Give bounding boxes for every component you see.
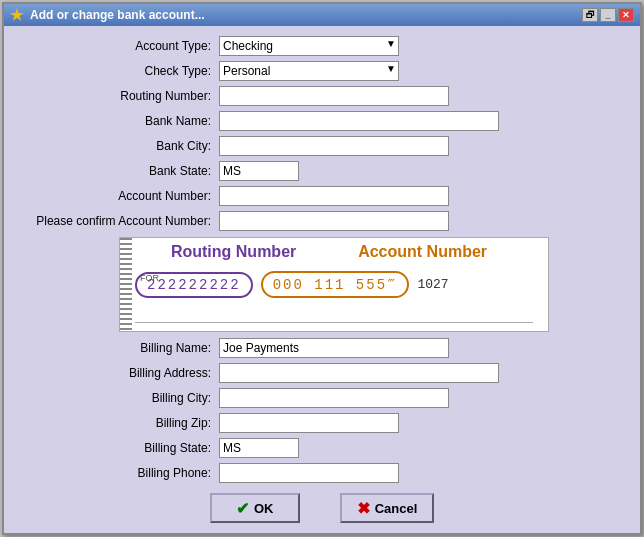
- ok-button[interactable]: ✔ OK: [210, 493, 300, 523]
- cancel-button[interactable]: ✖ Cancel: [340, 493, 435, 523]
- routing-number-row: Routing Number:: [19, 86, 625, 106]
- billing-city-row: Billing City:: [19, 388, 625, 408]
- billing-address-label: Billing Address:: [19, 366, 219, 380]
- check-type-select-wrapper: Personal Business: [219, 61, 399, 81]
- account-type-label: Account Type:: [19, 39, 219, 53]
- bank-city-input[interactable]: [219, 136, 449, 156]
- bank-city-row: Bank City:: [19, 136, 625, 156]
- billing-phone-input[interactable]: [219, 463, 399, 483]
- billing-state-input[interactable]: [219, 438, 299, 458]
- billing-phone-label: Billing Phone:: [19, 466, 219, 480]
- check-bottom-line: [135, 322, 533, 323]
- bank-state-label: Bank State:: [19, 164, 219, 178]
- billing-zip-label: Billing Zip:: [19, 416, 219, 430]
- account-number-input[interactable]: [219, 186, 449, 206]
- account-number-label: Account Number:: [19, 189, 219, 203]
- title-bar: Add or change bank account... 🗗 _ ✕: [4, 4, 640, 26]
- minimize-button[interactable]: _: [600, 8, 616, 22]
- bank-name-row: Bank Name:: [19, 111, 625, 131]
- bank-name-input[interactable]: [219, 111, 499, 131]
- billing-name-row: Billing Name:: [19, 338, 625, 358]
- cancel-label: Cancel: [375, 501, 418, 516]
- account-diagram-label: Account Number: [358, 243, 487, 261]
- confirm-account-label: Please confirm Account Number:: [19, 214, 219, 228]
- confirm-account-row: Please confirm Account Number:: [19, 211, 625, 231]
- close-button[interactable]: ✕: [618, 8, 634, 22]
- check-extra-number: 1027: [417, 277, 448, 292]
- bank-city-label: Bank City:: [19, 139, 219, 153]
- billing-zip-row: Billing Zip:: [19, 413, 625, 433]
- routing-diagram-label: Routing Number: [171, 243, 296, 261]
- billing-city-label: Billing City:: [19, 391, 219, 405]
- billing-name-input[interactable]: [219, 338, 449, 358]
- warning-icon: [10, 8, 24, 22]
- bank-state-input[interactable]: [219, 161, 299, 181]
- billing-state-row: Billing State:: [19, 438, 625, 458]
- dialog: Add or change bank account... 🗗 _ ✕ Acco…: [2, 2, 642, 535]
- account-type-select-wrapper: Checking Savings: [219, 36, 399, 56]
- billing-zip-input[interactable]: [219, 413, 399, 433]
- dialog-title: Add or change bank account...: [30, 8, 576, 22]
- billing-name-label: Billing Name:: [19, 341, 219, 355]
- restore-button[interactable]: 🗗: [582, 8, 598, 22]
- check-type-row: Check Type: Personal Business: [19, 61, 625, 81]
- check-type-label: Check Type:: [19, 64, 219, 78]
- account-number-circle: 000 111 555‴: [261, 271, 410, 298]
- confirm-account-input[interactable]: [219, 211, 449, 231]
- billing-address-input[interactable]: [219, 363, 499, 383]
- check-diagram-labels: Routing Number Account Number: [120, 238, 548, 261]
- check-for-text: FOR: [140, 273, 159, 283]
- form-content: Account Type: Checking Savings Check Typ…: [4, 26, 640, 533]
- check-numbers: 222222222 000 111 555‴ 1027: [120, 269, 548, 298]
- bank-state-row: Bank State:: [19, 161, 625, 181]
- billing-phone-row: Billing Phone:: [19, 463, 625, 483]
- bank-name-label: Bank Name:: [19, 114, 219, 128]
- window-controls: 🗗 _ ✕: [582, 8, 634, 22]
- check-type-select[interactable]: Personal Business: [219, 61, 399, 81]
- billing-city-input[interactable]: [219, 388, 449, 408]
- routing-number-input[interactable]: [219, 86, 449, 106]
- account-type-row: Account Type: Checking Savings: [19, 36, 625, 56]
- button-row: ✔ OK ✖ Cancel: [19, 493, 625, 533]
- ok-icon: ✔: [236, 499, 249, 518]
- account-number-row: Account Number:: [19, 186, 625, 206]
- billing-state-label: Billing State:: [19, 441, 219, 455]
- check-lines: [120, 238, 132, 331]
- billing-address-row: Billing Address:: [19, 363, 625, 383]
- cancel-icon: ✖: [357, 499, 370, 518]
- check-diagram: Routing Number Account Number FOR 222222…: [119, 237, 549, 332]
- account-type-select[interactable]: Checking Savings: [219, 36, 399, 56]
- routing-number-label: Routing Number:: [19, 89, 219, 103]
- ok-label: OK: [254, 501, 274, 516]
